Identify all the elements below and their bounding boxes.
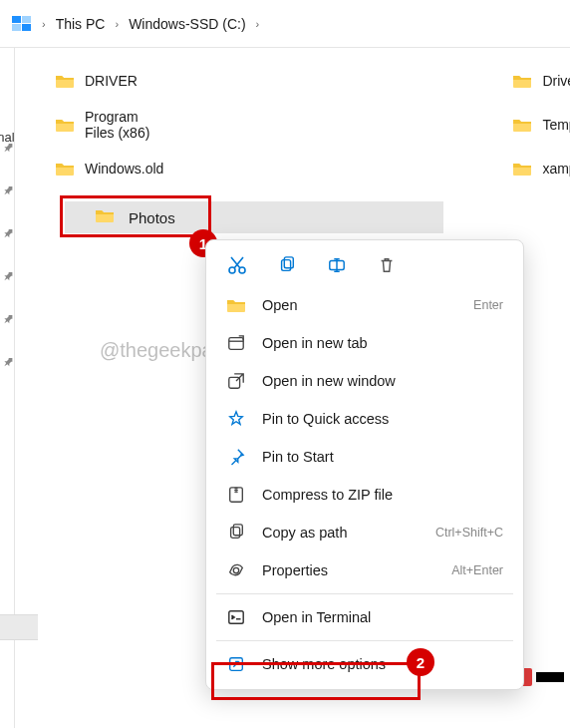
- svg-point-14: [233, 567, 238, 572]
- svg-rect-2: [12, 24, 21, 31]
- delete-icon[interactable]: [376, 254, 398, 276]
- folder-icon: [55, 73, 75, 89]
- chevron-icon: ›: [40, 18, 48, 30]
- menu-separator: [216, 640, 513, 641]
- menu-item-pin-quick[interactable]: Pin to Quick access: [206, 400, 523, 438]
- pin-star-icon: [226, 409, 246, 429]
- folder-item[interactable]: Windows.old: [55, 158, 163, 180]
- svg-rect-7: [284, 257, 293, 268]
- php-bar: [536, 672, 564, 682]
- svg-rect-13: [233, 525, 242, 536]
- menu-item-compress[interactable]: Compress to ZIP file: [206, 476, 523, 514]
- menu-label: Pin to Start: [262, 449, 334, 465]
- folder-item[interactable]: Temp: [512, 114, 570, 136]
- svg-rect-3: [22, 24, 31, 31]
- folder-icon: [95, 207, 119, 227]
- folder-label: Windows.old: [85, 161, 163, 177]
- breadcrumb-drive[interactable]: Windows-SSD (C:): [129, 16, 245, 32]
- folder-label: Program Files (x86): [85, 109, 163, 141]
- menu-shortcut: Ctrl+Shift+C: [435, 526, 503, 540]
- svg-rect-0: [12, 16, 21, 23]
- folder-label: xampp: [542, 161, 570, 177]
- menu-item-terminal[interactable]: Open in Terminal: [206, 598, 523, 636]
- rename-icon[interactable]: [326, 254, 348, 276]
- menu-item-show-more[interactable]: Show more options: [206, 645, 523, 683]
- folder-item[interactable]: xampp: [512, 158, 570, 180]
- folder-label: Drivers: [542, 73, 570, 89]
- folder-label: Temp: [542, 117, 570, 133]
- svg-rect-9: [229, 338, 243, 350]
- zip-icon: [226, 485, 246, 505]
- svg-rect-1: [22, 16, 31, 23]
- show-more-icon: [226, 654, 246, 674]
- menu-item-open-tab[interactable]: Open in new tab: [206, 324, 523, 362]
- folder-icon: [512, 161, 532, 177]
- menu-shortcut: Enter: [473, 298, 503, 312]
- cut-icon[interactable]: [226, 254, 248, 276]
- sidebar-label-fragment: onal: [0, 130, 15, 145]
- menu-label: Open in new window: [262, 373, 396, 389]
- new-tab-icon: [226, 333, 246, 353]
- menu-shortcut: Alt+Enter: [451, 563, 503, 577]
- breadcrumb-this-pc[interactable]: This PC: [56, 16, 106, 32]
- properties-icon: [226, 560, 246, 580]
- menu-label: Compress to ZIP file: [262, 487, 393, 503]
- chevron-icon: ›: [113, 18, 121, 30]
- svg-rect-12: [231, 528, 240, 539]
- menu-label: Pin to Quick access: [262, 411, 389, 427]
- svg-rect-6: [282, 260, 291, 271]
- chevron-icon: ›: [254, 18, 262, 30]
- menu-label: Properties: [262, 562, 328, 578]
- menu-item-copy-path[interactable]: Copy as path Ctrl+Shift+C: [206, 514, 523, 551]
- copy-path-icon: [226, 523, 246, 543]
- copy-icon[interactable]: [276, 254, 298, 276]
- menu-item-pin-start[interactable]: Pin to Start: [206, 438, 523, 476]
- menu-item-open[interactable]: Open Enter: [206, 286, 523, 324]
- folder-open-icon: [226, 295, 246, 315]
- menu-separator: [216, 593, 513, 594]
- menu-label: Open: [262, 297, 297, 313]
- context-menu: Open Enter Open in new tab Open in new w…: [205, 239, 524, 690]
- menu-label: Open in Terminal: [262, 609, 371, 625]
- folder-item-selected[interactable]: Photos: [65, 201, 443, 233]
- folder-label: Photos: [129, 209, 175, 226]
- new-window-icon: [226, 371, 246, 391]
- folder-label: DRIVER: [85, 73, 138, 89]
- menu-label: Show more options: [262, 656, 386, 672]
- context-menu-action-row: [206, 246, 523, 286]
- menu-item-open-window[interactable]: Open in new window: [206, 362, 523, 400]
- pc-icon: [12, 16, 32, 32]
- terminal-icon: [226, 607, 246, 627]
- folder-item[interactable]: DRIVER: [55, 70, 163, 92]
- svg-rect-15: [229, 611, 243, 624]
- folder-icon: [512, 73, 532, 89]
- address-bar[interactable]: › This PC › Windows-SSD (C:) ›: [0, 0, 570, 48]
- folder-item[interactable]: Program Files (x86): [55, 114, 163, 136]
- folder-icon: [55, 117, 75, 133]
- menu-label: Copy as path: [262, 525, 347, 541]
- folder-icon: [55, 161, 75, 177]
- folder-icon: [512, 117, 532, 133]
- pin-icon: [226, 447, 246, 467]
- folder-item[interactable]: Drivers: [512, 70, 570, 92]
- menu-label: Open in new tab: [262, 335, 368, 351]
- menu-item-properties[interactable]: Properties Alt+Enter: [206, 551, 523, 589]
